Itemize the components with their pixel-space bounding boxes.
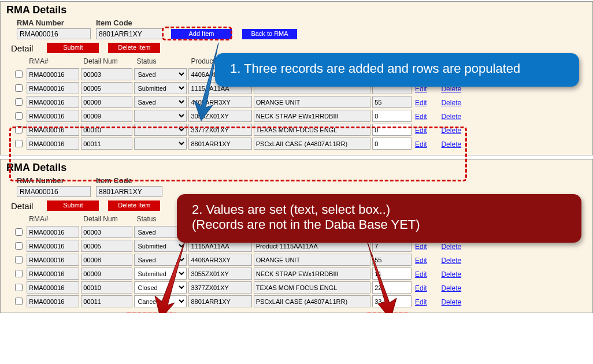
cell-quantity[interactable] [372, 138, 412, 150]
delete-link[interactable]: Delete [441, 127, 461, 135]
cell-detail-num[interactable] [81, 226, 132, 238]
cell-rma[interactable] [27, 268, 79, 280]
edit-link[interactable]: Edit [415, 140, 427, 148]
cell-quantity[interactable] [372, 96, 412, 108]
row-checkbox[interactable] [15, 98, 23, 106]
edit-link[interactable]: Edit [415, 257, 427, 265]
row-checkbox[interactable] [15, 228, 23, 236]
cell-description[interactable] [254, 281, 370, 294]
cell-status-select[interactable]: SavedSubmittedClosedCancelled [134, 138, 187, 150]
delete-link[interactable]: Delete [441, 270, 461, 278]
cell-product[interactable] [188, 110, 251, 122]
edit-link[interactable]: Edit [415, 127, 427, 135]
cell-rma[interactable] [27, 138, 79, 150]
cell-description[interactable] [254, 254, 370, 266]
cell-description[interactable] [254, 124, 370, 136]
cell-rma[interactable] [27, 295, 79, 307]
edit-link[interactable]: Edit [415, 99, 427, 107]
cell-description[interactable] [254, 295, 370, 307]
cell-status-select[interactable]: SavedSubmittedClosedCancelled [134, 96, 187, 108]
row-checkbox[interactable] [15, 256, 23, 263]
cell-detail-num[interactable] [81, 281, 132, 294]
cell-product[interactable] [188, 96, 251, 108]
cell-quantity[interactable] [372, 295, 412, 307]
cell-product[interactable] [188, 138, 251, 150]
delete-link[interactable]: Delete [441, 140, 461, 148]
cell-status-select[interactable]: SavedSubmittedClosedCancelled [134, 82, 187, 94]
cell-rma[interactable] [27, 240, 79, 252]
cell-rma[interactable] [27, 226, 79, 238]
edit-link[interactable]: Edit [415, 270, 427, 278]
cell-status-select[interactable]: SavedSubmittedClosedCancelled [134, 295, 187, 307]
delete-item-button[interactable]: Delete Item [108, 43, 160, 53]
rma-number-input[interactable] [17, 28, 91, 39]
row-checkbox[interactable] [15, 126, 23, 133]
cell-detail-num[interactable] [81, 240, 132, 252]
row-checkbox[interactable] [15, 284, 23, 291]
cell-quantity[interactable] [372, 281, 412, 294]
cell-description[interactable] [254, 268, 370, 280]
edit-link[interactable]: Edit [415, 298, 427, 306]
delete-link[interactable]: Delete [441, 243, 461, 251]
row-checkbox[interactable] [15, 112, 23, 120]
edit-link[interactable]: Edit [415, 113, 427, 121]
table-row: SavedSubmittedClosedCancelledEditDelete [13, 96, 466, 108]
rma-number-input[interactable] [17, 186, 91, 197]
cell-rma[interactable] [27, 68, 79, 80]
delete-link[interactable]: Delete [441, 257, 461, 265]
cell-quantity[interactable] [372, 268, 412, 280]
row-checkbox[interactable] [15, 70, 23, 78]
cell-detail-num[interactable] [81, 268, 132, 280]
cell-description[interactable] [254, 110, 370, 122]
submit-button[interactable]: Submit [47, 43, 99, 53]
cell-detail-num[interactable] [81, 138, 132, 150]
row-checkbox[interactable] [15, 242, 23, 250]
cell-product[interactable] [188, 281, 251, 294]
delete-link[interactable]: Delete [441, 298, 461, 306]
submit-button[interactable]: Submit [47, 200, 99, 211]
row-checkbox[interactable] [15, 140, 23, 147]
cell-rma[interactable] [27, 110, 79, 122]
cell-product[interactable] [188, 124, 251, 136]
cell-status-select[interactable]: SavedSubmittedClosedCancelled [134, 281, 187, 294]
cell-rma[interactable] [27, 124, 79, 136]
cell-detail-num[interactable] [81, 110, 132, 122]
edit-link[interactable]: Edit [415, 284, 427, 292]
cell-rma[interactable] [27, 96, 79, 108]
delete-link[interactable]: Delete [441, 99, 461, 107]
item-code-input[interactable] [96, 186, 162, 197]
cell-quantity[interactable] [372, 124, 412, 136]
delete-link[interactable]: Delete [441, 113, 461, 121]
cell-product[interactable] [188, 254, 251, 266]
row-checkbox[interactable] [15, 298, 23, 305]
cell-rma[interactable] [27, 281, 79, 294]
delete-item-button[interactable]: Delete Item [108, 200, 160, 211]
cell-status-select[interactable]: SavedSubmittedClosedCancelled [134, 68, 187, 80]
back-to-rma-button[interactable]: Back to RMA [242, 29, 297, 39]
cell-detail-num[interactable] [81, 124, 132, 136]
cell-rma[interactable] [27, 82, 79, 94]
cell-quantity[interactable] [372, 254, 412, 266]
cell-detail-num[interactable] [81, 254, 132, 266]
cell-description[interactable] [254, 96, 370, 108]
row-checkbox[interactable] [15, 270, 23, 277]
cell-status-select[interactable]: SavedSubmittedClosedCancelled [134, 124, 187, 136]
row-checkbox[interactable] [15, 84, 23, 92]
cell-status-select[interactable]: SavedSubmittedClosedCancelled [134, 268, 187, 280]
cell-detail-num[interactable] [81, 68, 132, 80]
cell-product[interactable] [188, 268, 251, 280]
cell-status-select[interactable]: SavedSubmittedClosedCancelled [134, 254, 187, 266]
edit-link[interactable]: Edit [415, 243, 427, 251]
delete-link[interactable]: Delete [441, 284, 461, 292]
cell-detail-num[interactable] [81, 82, 132, 94]
item-code-input[interactable] [96, 28, 162, 39]
cell-detail-num[interactable] [81, 295, 132, 307]
cell-rma[interactable] [27, 254, 79, 266]
cell-quantity[interactable] [372, 110, 412, 122]
cell-status-select[interactable]: SavedSubmittedClosedCancelled [134, 240, 187, 252]
add-item-button[interactable]: Add Item [171, 29, 232, 39]
cell-description[interactable] [254, 138, 370, 150]
cell-status-select[interactable]: SavedSubmittedClosedCancelled [134, 110, 187, 122]
cell-detail-num[interactable] [81, 96, 132, 108]
cell-product[interactable] [188, 295, 251, 307]
